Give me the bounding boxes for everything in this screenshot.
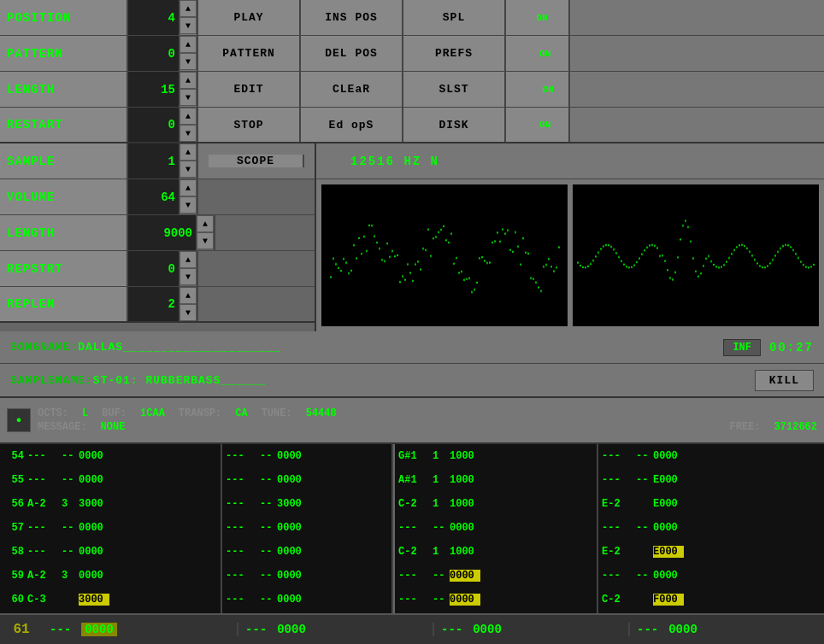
- sample-down[interactable]: ▼: [180, 161, 197, 178]
- pattern-col3-row6: -----0000: [395, 588, 597, 612]
- position-spinners[interactable]: ▲ ▼: [180, 0, 198, 35]
- waveform-right: [573, 184, 819, 326]
- pattern-col2-row4: -----0000: [222, 540, 391, 564]
- pattern-label: PATTERN: [0, 36, 128, 71]
- songname-value: DALLAS_____________________: [78, 341, 723, 354]
- length-spinners[interactable]: ▲ ▼: [180, 72, 198, 107]
- pattern-section: 54 --- -- 0000 55 --- -- 0000 56 A-2 3 3…: [0, 444, 824, 644]
- replen-down[interactable]: ▼: [180, 304, 197, 321]
- repstrt-down[interactable]: ▼: [180, 268, 197, 285]
- pattern-row-56: 56 A-2 3 3000: [0, 492, 221, 516]
- transp-label: TRANSP:: [179, 407, 221, 419]
- disk-button[interactable]: DISK: [403, 108, 506, 142]
- tracker-ui: POSITION 4 ▲ ▼ PLAY INS POS SPL I ON PAT…: [0, 0, 824, 644]
- volume-spinners[interactable]: ▲ ▼: [180, 179, 198, 214]
- pattern-col3-row2: C-211000: [395, 492, 597, 516]
- pattern-col4-row2: E-2 E000: [598, 492, 824, 516]
- pattern-col3-row3: -----0000: [395, 516, 597, 540]
- length-down[interactable]: ▼: [180, 89, 197, 106]
- pattern-col3-row1: A#111000: [395, 468, 597, 492]
- br-vol-3: 0000: [473, 623, 502, 636]
- pattern-col2-row5: -----0000: [222, 564, 391, 588]
- length2-up[interactable]: ▲: [197, 215, 214, 232]
- status-section: ● OCTS: L BUF: 1CAA TRANSP: CA TUNE: 544…: [0, 398, 824, 444]
- message-label: MESSAGE:: [38, 421, 87, 433]
- repstrt-up[interactable]: ▲: [180, 251, 197, 268]
- replen-up[interactable]: ▲: [180, 287, 197, 304]
- repstrt-spinners[interactable]: ▲ ▼: [180, 251, 198, 286]
- on4-button[interactable]: IV ON: [506, 108, 570, 142]
- pattern-col4-row6: C-2 F000: [598, 588, 824, 612]
- restart-up[interactable]: ▲: [180, 108, 197, 125]
- length-value: 15: [128, 72, 180, 107]
- pattern-col2-row0: -----0000: [222, 444, 391, 468]
- replen-label: REPLEN: [0, 287, 128, 321]
- pattern-col4-row3: -----0000: [598, 516, 824, 540]
- play-button[interactable]: PLAY: [198, 0, 301, 35]
- waveform-left: [321, 184, 568, 326]
- header-section: POSITION 4 ▲ ▼ PLAY INS POS SPL I ON PAT…: [0, 0, 824, 143]
- volume-value: 64: [128, 179, 180, 214]
- volume-down[interactable]: ▼: [180, 196, 197, 214]
- pattern-row-60: 60 C-3 3000: [0, 588, 221, 612]
- repstrt-value: 0: [128, 251, 180, 286]
- spl-button[interactable]: SPL: [403, 0, 506, 35]
- restart-down[interactable]: ▼: [180, 125, 197, 142]
- octs-value: L: [82, 407, 88, 419]
- replen-value: 2: [128, 287, 180, 321]
- ins-pos-button[interactable]: INS POS: [301, 0, 403, 35]
- time-display: 00:27: [769, 341, 814, 354]
- slst-button[interactable]: SLST: [403, 72, 506, 107]
- pattern-button[interactable]: PATTERN: [198, 36, 301, 71]
- on3-button[interactable]: III ON: [506, 72, 570, 107]
- pattern-spinners[interactable]: ▲ ▼: [180, 36, 198, 71]
- volume-up[interactable]: ▲: [180, 179, 197, 196]
- position-up[interactable]: ▲: [180, 0, 197, 17]
- restart-value: 0: [128, 108, 180, 142]
- kill-button[interactable]: KILL: [755, 370, 814, 391]
- pattern-down[interactable]: ▼: [180, 53, 197, 70]
- length2-down[interactable]: ▼: [197, 232, 214, 249]
- waveform-container: [316, 179, 824, 331]
- sample-label: SAMPLE: [0, 143, 128, 179]
- on1-button[interactable]: I ON: [506, 0, 570, 35]
- on2-label: ON: [539, 49, 550, 59]
- scope-section: 12516 HZ N: [316, 143, 824, 331]
- del-pos-button[interactable]: DEL POS: [301, 36, 403, 71]
- br-note-1: ---: [50, 623, 71, 636]
- pattern-col2-row3: -----0000: [222, 516, 391, 540]
- pattern-up[interactable]: ▲: [180, 36, 197, 53]
- pattern-col4-row0: -----0000: [598, 444, 824, 468]
- scope-button[interactable]: SCOPE: [209, 155, 304, 167]
- scope-info: 12516 HZ N: [333, 155, 456, 168]
- replen-spinners[interactable]: ▲ ▼: [180, 287, 198, 321]
- restart-spinners[interactable]: ▲ ▼: [180, 108, 198, 142]
- prefs-button[interactable]: PREFS: [403, 36, 506, 71]
- length2-spinners[interactable]: ▲ ▼: [197, 215, 215, 250]
- sample-spinners[interactable]: ▲ ▼: [180, 143, 198, 179]
- position-label: POSITION: [0, 0, 128, 35]
- samplename-label: SAMPLENAME:: [10, 374, 93, 387]
- clear-button[interactable]: CLEaR: [301, 72, 403, 107]
- position-down[interactable]: ▼: [180, 17, 197, 34]
- sample-value: 1: [128, 143, 180, 179]
- edit-button[interactable]: EDIT: [198, 72, 301, 107]
- pattern-col2-row6: -----0000: [222, 588, 391, 612]
- br-vol-1: 0000: [81, 623, 117, 636]
- length-up[interactable]: ▲: [180, 72, 197, 89]
- ed-ops-button[interactable]: Ed opS: [301, 108, 403, 142]
- position-value: 4: [128, 0, 180, 35]
- pattern-col-1: 54 --- -- 0000 55 --- -- 0000 56 A-2 3 3…: [0, 444, 222, 613]
- volume-label: VOLUME: [0, 179, 128, 214]
- sample-up[interactable]: ▲: [180, 143, 197, 161]
- length2-label: LENGTH: [0, 215, 128, 250]
- br-note-3: ---: [441, 623, 462, 636]
- stop-button[interactable]: STOP: [198, 108, 301, 142]
- on2-button[interactable]: II ON: [506, 36, 570, 71]
- on1-label: ON: [537, 13, 548, 23]
- free-value: 3712662: [774, 421, 817, 433]
- middle-section: SAMPLE 1 ▲ ▼ SCOPE VOLUME 64 ▲ ▼: [0, 143, 824, 331]
- tune-value: 54448: [306, 407, 337, 419]
- inf-badge: INF: [723, 339, 761, 356]
- length-label: LENGTH: [0, 72, 128, 107]
